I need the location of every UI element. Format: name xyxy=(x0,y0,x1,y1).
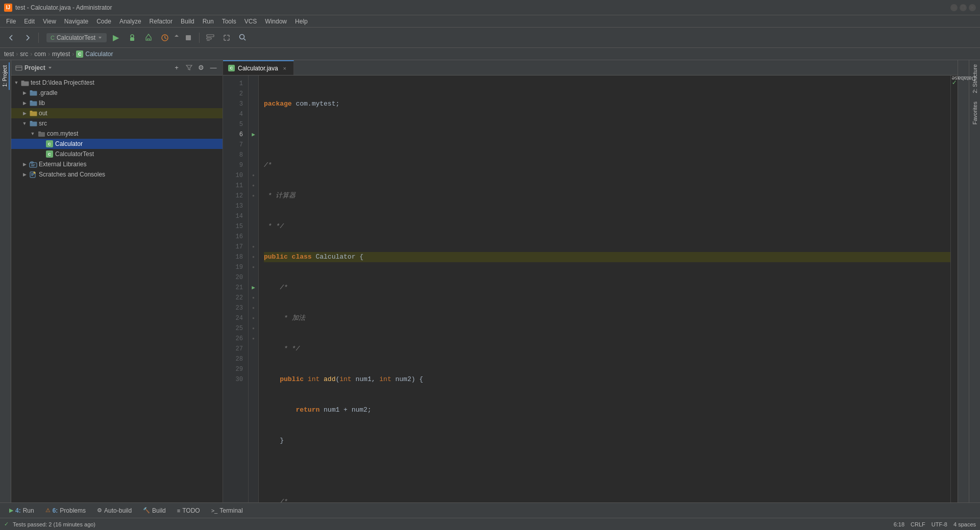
svg-rect-18 xyxy=(30,121,32,122)
code-line-9: * */ xyxy=(264,344,950,354)
cursor-position-status[interactable]: 6:18 xyxy=(894,521,904,527)
todo-tab[interactable]: ≡ TODO xyxy=(172,505,205,516)
run-config-selector[interactable]: C CalculatorTest xyxy=(46,33,107,42)
tree-item-lib[interactable]: ▶ lib xyxy=(11,98,223,108)
forward-button[interactable] xyxy=(20,31,35,45)
project-tab[interactable]: 1: Project xyxy=(1,62,10,90)
gutter-24[interactable]: ● xyxy=(249,313,258,323)
problems-tab-icon: ⚠ xyxy=(45,507,51,514)
menu-vcs[interactable]: VCS xyxy=(240,17,261,26)
menu-help[interactable]: Help xyxy=(291,17,312,26)
line-ending-status[interactable]: CRLF xyxy=(911,521,925,527)
breadcrumb-calculator[interactable]: Calculator xyxy=(85,51,113,58)
line-num-18: 18 xyxy=(223,252,248,262)
title-bar: IJ test - Calculator.java - Administrato… xyxy=(0,0,980,15)
menu-navigate[interactable]: Navigate xyxy=(60,17,92,26)
line-num-7: 7 xyxy=(223,140,248,150)
close-button[interactable]: ✕ xyxy=(969,4,976,11)
gutter-run-21[interactable]: ▶ xyxy=(249,283,258,293)
search-everywhere-button[interactable] xyxy=(236,31,250,45)
gutter-25[interactable]: ● xyxy=(249,323,258,334)
back-button[interactable] xyxy=(4,31,18,45)
encoding-status[interactable]: UTF-8 xyxy=(932,521,947,527)
toolbar: C CalculatorTest ▶ xyxy=(0,28,980,48)
gutter-10[interactable]: ● xyxy=(249,170,258,181)
tree-item-src[interactable]: ▼ src xyxy=(11,118,223,129)
breadcrumb-com[interactable]: com xyxy=(34,51,46,58)
gutter-11[interactable]: ● xyxy=(249,181,258,191)
tree-arrow-caltest-empty: ▶ xyxy=(38,151,44,157)
problems-tab[interactable]: ⚠ 6: Problems xyxy=(40,505,91,516)
gutter-17[interactable]: ● xyxy=(249,242,258,252)
menu-build[interactable]: Build xyxy=(177,17,199,26)
menu-code[interactable]: Code xyxy=(92,17,115,26)
gutter-22[interactable]: ● xyxy=(249,293,258,303)
run-with-coverage-button[interactable] xyxy=(141,31,156,45)
menu-file[interactable]: File xyxy=(2,17,20,26)
svg-rect-10 xyxy=(21,81,24,82)
breadcrumb-test[interactable]: test xyxy=(4,51,14,58)
profile-button[interactable] xyxy=(158,31,172,45)
tree-item-gradle[interactable]: ▶ .gradle xyxy=(11,88,223,98)
menu-window[interactable]: Window xyxy=(261,17,291,26)
tree-item-test[interactable]: ▼ test D:\Idea Project\test xyxy=(11,78,223,88)
menu-edit[interactable]: Edit xyxy=(20,17,39,26)
add-button[interactable]: + xyxy=(172,63,182,73)
tests-passed-status[interactable]: Tests passed: 2 (16 minutes ago) xyxy=(13,521,95,527)
gutter-26[interactable]: ● xyxy=(249,334,258,344)
code-content[interactable]: package com.mytest; /* * 计算器 * */ public… xyxy=(259,75,950,502)
maximize-button[interactable]: ❒ xyxy=(960,4,967,11)
tree-item-calculator[interactable]: ▶ C Calculator xyxy=(11,139,223,149)
breadcrumb-mytest[interactable]: mytest xyxy=(52,51,70,58)
build-tab[interactable]: 🔨 Build xyxy=(138,505,171,516)
favorites-tab[interactable]: Favorites xyxy=(970,97,979,129)
gutter-area: ▶ ▶ ▶ ▶ ▶ ▶ ▶ ▶ ▶ ● ● ● ▶ ▶ ▶ ▶ ● ● ● ▶ xyxy=(249,75,259,502)
gutter-run-6[interactable]: ▶ xyxy=(249,130,258,140)
menu-tools[interactable]: Tools xyxy=(218,17,240,26)
tree-arrow-com-mytest: ▼ xyxy=(30,131,36,137)
auto-build-label: Auto-build xyxy=(104,507,132,514)
gutter-2: ▶ xyxy=(249,89,258,99)
minimize-button[interactable]: ─ xyxy=(950,4,958,11)
gutter-18[interactable]: ● xyxy=(249,252,258,262)
collapse-button[interactable]: — xyxy=(208,63,218,73)
terminal-icon: >_ xyxy=(211,508,218,514)
tree-item-calculator-test[interactable]: ▶ C CalculatorTest xyxy=(11,149,223,159)
breadcrumb-src[interactable]: src xyxy=(20,51,28,58)
terminal-tab[interactable]: >_ Terminal xyxy=(206,505,248,516)
tree-item-scratches[interactable]: ▶ Scratches and Consoles xyxy=(11,169,223,180)
menu-run[interactable]: Run xyxy=(199,17,218,26)
tab-close-button[interactable]: × xyxy=(281,65,288,72)
window-controls[interactable]: ─ ❒ ✕ xyxy=(950,4,976,11)
line-num-27: 27 xyxy=(223,344,248,354)
gutter-19[interactable]: ● xyxy=(249,262,258,272)
menu-refactor[interactable]: Refactor xyxy=(145,17,177,26)
settings-button[interactable]: ⚙ xyxy=(196,63,206,73)
code-line-3: /* xyxy=(264,160,950,170)
tree-label-src: src xyxy=(39,120,47,127)
run-button[interactable]: ▶ xyxy=(109,31,123,45)
structure-tab[interactable]: 2: Structure xyxy=(970,60,979,97)
gutter-1: ▶ xyxy=(249,79,258,89)
menu-analyze[interactable]: Analyze xyxy=(115,17,145,26)
build-icon: 🔨 xyxy=(143,507,150,514)
code-editor[interactable]: 1 2 3 4 5 6 7 8 9 10 11 12 13 14 15 16 1… xyxy=(223,75,958,502)
filter-button[interactable] xyxy=(184,63,194,73)
expand-button[interactable] xyxy=(219,31,234,45)
debug-button[interactable] xyxy=(125,31,139,45)
project-view-button[interactable] xyxy=(203,31,217,45)
auto-build-tab[interactable]: ⚙ Auto-build xyxy=(92,505,137,516)
tree-item-external-libs[interactable]: ▶ External Libraries xyxy=(11,159,223,169)
stop-button[interactable] xyxy=(181,31,195,45)
line-num-9: 9 xyxy=(223,160,248,170)
tree-item-com-mytest[interactable]: ▼ com.mytest xyxy=(11,129,223,139)
svg-rect-20 xyxy=(38,131,41,133)
gutter-23[interactable]: ● xyxy=(249,303,258,313)
menu-view[interactable]: View xyxy=(39,17,60,26)
editor-tab-calculator[interactable]: C Calculator.java × xyxy=(223,60,294,75)
main-content: 1: Project Project + ⚙ — xyxy=(0,60,980,502)
tree-item-out[interactable]: ▶ out xyxy=(11,108,223,118)
run-tab[interactable]: ▶ 4: Run xyxy=(4,505,39,516)
gutter-12[interactable]: ● xyxy=(249,191,258,201)
indent-status[interactable]: 4 spaces xyxy=(953,521,976,527)
